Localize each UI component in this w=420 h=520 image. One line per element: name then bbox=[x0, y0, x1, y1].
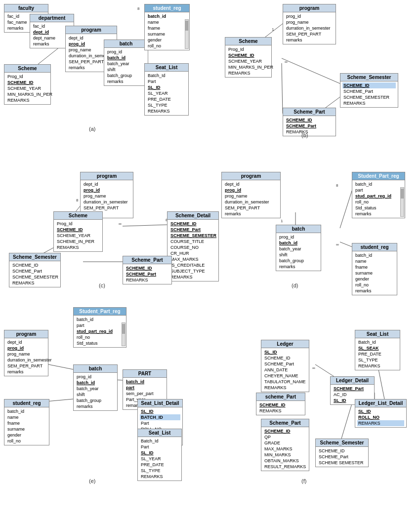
row: REMARKS bbox=[258, 408, 303, 414]
table-department-header: department bbox=[30, 14, 74, 22]
row: prog_id bbox=[6, 345, 46, 351]
table-ledger-detail-f-header: Ledger_Detail bbox=[331, 377, 374, 385]
row: fname bbox=[6, 420, 47, 426]
row: Std_status bbox=[354, 205, 399, 211]
row: batch_id bbox=[76, 317, 120, 322]
table-scheme-c-header: Scheme bbox=[54, 212, 102, 220]
row: SL_ID bbox=[147, 84, 186, 90]
label-e: (e) bbox=[89, 478, 95, 484]
row: batch_id bbox=[278, 240, 319, 246]
row: SCHEME_ID bbox=[6, 80, 48, 85]
table-seat-list-e-header: Seat_List bbox=[138, 429, 181, 437]
row: SCHEME_Part bbox=[169, 227, 216, 233]
row: gender bbox=[354, 276, 395, 282]
table-student-reg-a: student_reg batch_id name fname surname … bbox=[144, 4, 190, 50]
svg-text:∞: ∞ bbox=[336, 242, 339, 247]
table-seat-list-f: Seat_List Batch_Id SL_SEAK PRE_DATE SL_T… bbox=[355, 330, 400, 370]
row: name bbox=[6, 414, 47, 420]
row: surname bbox=[6, 426, 47, 432]
svg-text:8: 8 bbox=[76, 198, 79, 202]
svg-text:8: 8 bbox=[336, 183, 338, 188]
row: batch_id bbox=[354, 252, 395, 258]
svg-line-19 bbox=[282, 63, 283, 114]
row: prog_name bbox=[285, 19, 334, 25]
table-seat-list-f-header: Seat_List bbox=[355, 330, 400, 338]
table-ledger-f: Ledger SL_ID SCHEME_ID SCHEME_Part ANN_D… bbox=[261, 340, 309, 392]
svg-text:1: 1 bbox=[272, 27, 274, 32]
row: REMARKS bbox=[357, 363, 398, 369]
row: SL_ID bbox=[140, 408, 180, 414]
diagram-container: ∞ 8 ∞ 8 ∞ 8 ∞ 8 1 ∞ ∞ 8 ∞ bbox=[0, 0, 420, 520]
table-program-b-header: program bbox=[283, 4, 336, 12]
table-scheme-semester-b-header: Scheme_Semester bbox=[340, 74, 398, 81]
row: QP bbox=[263, 434, 307, 440]
row: SCHEME_ID bbox=[318, 448, 366, 454]
row: SCHEME_SEMESTER bbox=[169, 233, 216, 239]
row: SCHEME_ID bbox=[263, 428, 307, 434]
row: shift bbox=[76, 392, 115, 398]
svg-text:∞: ∞ bbox=[312, 366, 315, 370]
row: prog_name bbox=[6, 351, 46, 357]
row: durration_in_semester bbox=[6, 357, 46, 363]
row: SL_YEAR bbox=[147, 90, 186, 96]
row: MAX_MARKS bbox=[169, 256, 216, 262]
row: Part bbox=[140, 420, 180, 426]
row: prog_name bbox=[224, 193, 278, 199]
label-b: (b) bbox=[301, 132, 308, 138]
svg-line-36 bbox=[48, 364, 73, 369]
table-scheme-part-c: Scheme_Part SCHEME_ID SCHEME_Part REMARK… bbox=[123, 256, 172, 284]
row: SCHEME_ID bbox=[285, 117, 334, 123]
row: SCHEME_ID bbox=[258, 402, 303, 408]
row: SCHEME_Part bbox=[263, 361, 307, 367]
label-f: (f) bbox=[301, 478, 306, 484]
row: ANN_DATE bbox=[263, 367, 307, 373]
row: batch_group bbox=[76, 398, 115, 403]
row: AC_ID bbox=[333, 392, 372, 398]
table-program-c-header: program bbox=[81, 172, 133, 180]
row: Batch_Id bbox=[147, 73, 186, 79]
row: batch_id bbox=[125, 379, 165, 385]
row: prog_id bbox=[224, 187, 278, 193]
row: remarks bbox=[224, 211, 278, 217]
table-student-reg-e: student_reg batch_id name fname surname … bbox=[4, 399, 49, 445]
table-program-a-header: program bbox=[66, 26, 117, 34]
row: surname bbox=[147, 31, 183, 37]
row: MIN_MARKS_IN_PER bbox=[227, 64, 269, 70]
row: MIN_MARKS_IN_PER bbox=[6, 91, 48, 97]
row: sem_per_part bbox=[125, 391, 165, 397]
table-program-e: program dept_id prog_id prog_name durrat… bbox=[4, 330, 48, 376]
table-scheme-part-b-header: Scheme_Part bbox=[283, 108, 336, 116]
svg-line-45 bbox=[315, 364, 336, 378]
table-student-reg-d: student_reg batch_id name fname surname … bbox=[352, 243, 397, 295]
row: REMARKS bbox=[357, 420, 404, 426]
row: Batch_Id bbox=[140, 438, 179, 444]
table-program-d: program dept_id prog_id prog_name durrat… bbox=[221, 172, 281, 218]
row: SL_ID bbox=[357, 408, 404, 414]
row: SL_TYPE bbox=[147, 102, 186, 108]
svg-line-17 bbox=[282, 58, 341, 84]
row: SUBJECT_TYPE bbox=[169, 268, 216, 274]
row: SCHEME_ID bbox=[342, 82, 396, 88]
table-scheme-a: Scheme Prog_Id SCHEME_ID SCHEME_YEAR MIN… bbox=[4, 64, 51, 105]
row: SCHEME_Part bbox=[333, 386, 372, 392]
row: PRE_DATE bbox=[357, 351, 398, 357]
table-student-reg-e-header: student_reg bbox=[4, 400, 49, 407]
row: RESULT_REMARKS bbox=[263, 464, 307, 470]
row: part bbox=[125, 385, 165, 391]
table-scheme-part-f-header: scheme_Part bbox=[256, 393, 305, 401]
row: REMARKS bbox=[56, 244, 100, 250]
table-scheme-part-large-f-header: Scheme_Part bbox=[261, 419, 309, 427]
row: fname bbox=[354, 264, 395, 270]
row: part bbox=[354, 187, 399, 193]
row: roll_no bbox=[354, 282, 395, 288]
row: SL_TYPE bbox=[357, 357, 398, 363]
row: batch_id bbox=[354, 181, 399, 187]
table-scheme-part-large-f: Scheme_Part SCHEME_ID QP GRADE MAX_MARKS… bbox=[261, 419, 309, 471]
table-batch-e-header: batch bbox=[74, 365, 117, 373]
row: SCHEME_ID bbox=[56, 227, 100, 233]
row: Prog_Id bbox=[56, 221, 100, 227]
svg-text:∞: ∞ bbox=[119, 222, 122, 226]
table-batch-d: batch prog_id batch_id batch_year shift … bbox=[276, 225, 321, 271]
row: SEM_PER_PART bbox=[224, 205, 278, 211]
row: name bbox=[354, 258, 395, 264]
